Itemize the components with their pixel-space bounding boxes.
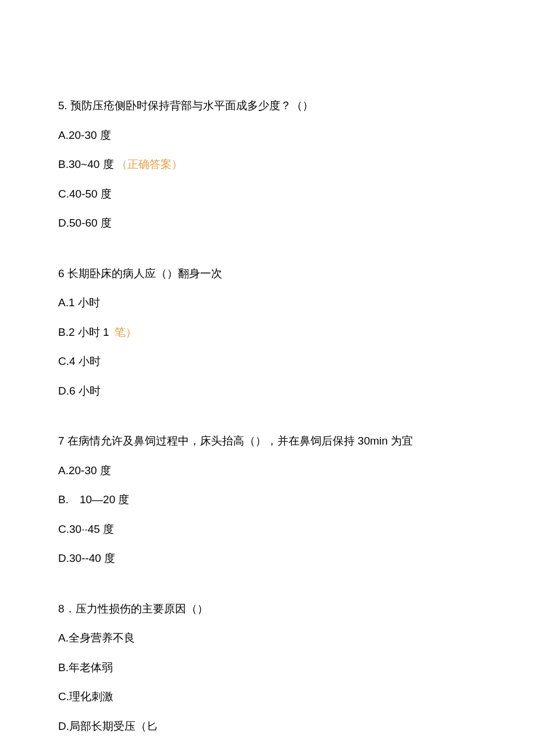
- question-7: 7 在病情允许及鼻饲过程中，床头抬高（），并在鼻饲后保持 30min 为宜 A.…: [58, 433, 477, 567]
- option-d: D.30--40 度: [58, 550, 477, 567]
- correct-answer-annot: （正确答案）: [116, 158, 183, 170]
- option-a: A.20-30 度: [58, 463, 477, 479]
- option-b: B. 10—20 度: [58, 492, 477, 508]
- option-c: C.4 小时: [58, 353, 477, 370]
- option-a: A.1 小时: [58, 295, 477, 311]
- option-d: D.局部长期受压（匕: [58, 718, 477, 735]
- option-d: D.50-60 度: [58, 215, 477, 232]
- option-c: C.30··45 度: [58, 521, 477, 538]
- question-8: 8．压力性损伤的主要原因（） A.全身营养不良 B.年老体弱 C.理化刺激 D.…: [58, 601, 477, 735]
- document-page: 5. 预防压疮侧卧时保持背部与水平面成多少度？（） A.20-30 度 B.30…: [0, 0, 535, 756]
- question-6: 6 长期卧床的病人应（）翻身一次 A.1 小时 B.2 小时 1 笔） C.4 …: [58, 266, 477, 400]
- question-stem: 6 长期卧床的病人应（）翻身一次: [58, 266, 477, 282]
- option-b: B.30~40 度（正确答案）: [58, 156, 477, 173]
- question-stem: 5. 预防压疮侧卧时保持背部与水平面成多少度？（）: [58, 98, 477, 114]
- option-a: A.20-30 度: [58, 127, 477, 144]
- option-c: C.40-50 度: [58, 186, 477, 203]
- question-5: 5. 预防压疮侧卧时保持背部与水平面成多少度？（） A.20-30 度 B.30…: [58, 98, 477, 232]
- question-stem: 8．压力性损伤的主要原因（）: [58, 601, 477, 618]
- option-a: A.全身营养不良: [58, 630, 477, 647]
- option-c: C.理化刺激: [58, 689, 477, 705]
- option-b: B.2 小时 1 笔）: [58, 324, 477, 341]
- option-b: B.年老体弱: [58, 660, 477, 676]
- answer-annot: 笔）: [112, 326, 137, 338]
- option-b-text: B.30~40 度: [58, 158, 114, 170]
- option-b-text: B.2 小时 1: [58, 326, 109, 338]
- option-d: D.6 小时: [58, 383, 477, 400]
- question-stem: 7 在病情允许及鼻饲过程中，床头抬高（），并在鼻饲后保持 30min 为宜: [58, 433, 477, 450]
